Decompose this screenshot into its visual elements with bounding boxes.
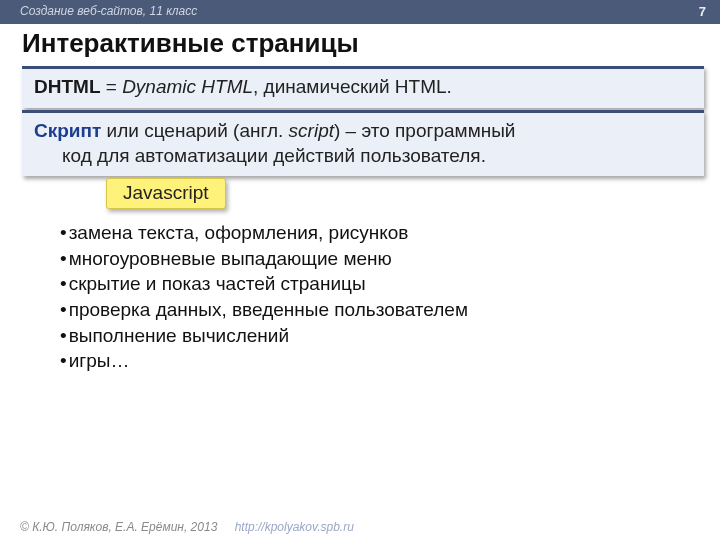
text: или сценарий (англ. (101, 120, 288, 141)
expansion-dhtml: Dynamic HTML (122, 76, 253, 97)
definition-card-script: Скрипт или сценарий (англ. script) – это… (22, 110, 704, 176)
text: ) – это программный (334, 120, 515, 141)
footer-url: http://kpolyakov.spb.ru (235, 520, 354, 534)
term-dhtml: DHTML (34, 76, 100, 97)
list-item: замена текста, оформления, рисунков (60, 220, 690, 246)
text: , динамический HTML. (253, 76, 452, 97)
course-label: Создание веб-сайтов, 11 класс (20, 4, 197, 18)
definition-card-dhtml: DHTML = Dynamic HTML, динамический HTML. (22, 66, 704, 108)
list-item: выполнение вычислений (60, 323, 690, 349)
eng-script: script (289, 120, 334, 141)
bullet-list: замена текста, оформления, рисунков мног… (60, 220, 690, 374)
page-title: Интерактивные страницы (22, 28, 359, 59)
list-item: проверка данных, введенные пользователем (60, 297, 690, 323)
page-number: 7 (699, 4, 706, 19)
text-line2: код для автоматизации действий пользоват… (34, 144, 694, 169)
text: = (100, 76, 122, 97)
tag-javascript: Javascript (106, 178, 226, 209)
list-item: скрытие и показ частей страницы (60, 271, 690, 297)
footer: © К.Ю. Поляков, Е.А. Ерёмин, 2013 http:/… (20, 520, 354, 534)
footer-credit: © К.Ю. Поляков, Е.А. Ерёмин, 2013 (20, 520, 217, 534)
header-bar: Создание веб-сайтов, 11 класс 7 (0, 0, 720, 24)
list-item: игры… (60, 348, 690, 374)
term-script: Скрипт (34, 120, 101, 141)
list-item: многоуровневые выпадающие меню (60, 246, 690, 272)
